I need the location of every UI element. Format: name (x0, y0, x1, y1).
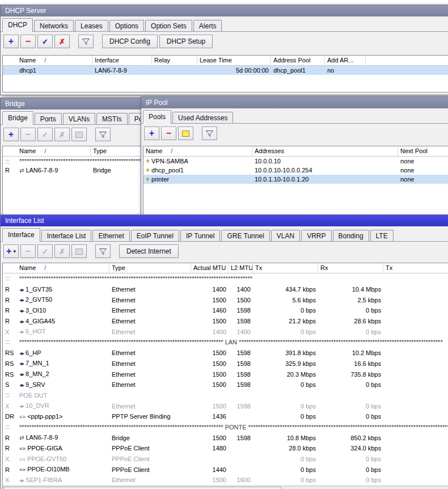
column-name[interactable]: Name/ (17, 146, 91, 156)
filter-button[interactable] (78, 35, 94, 48)
dhcp-config-button[interactable]: DHCP Config (102, 35, 158, 48)
tab-networks[interactable]: Networks (34, 20, 74, 32)
tab-bridge[interactable]: Bridge (2, 111, 33, 125)
tab-options[interactable]: Options (109, 20, 144, 32)
tab-ip-tunnel[interactable]: IP Tunnel (180, 230, 220, 242)
column-interface[interactable]: Interface (92, 56, 152, 65)
tab-dhcp[interactable]: DHCP (2, 18, 33, 32)
tab-interface[interactable]: Interface (2, 228, 40, 242)
tab-used-addresses[interactable]: Used Addresses (172, 112, 233, 124)
tx-cell: 0 bps (253, 454, 318, 464)
column-type[interactable]: Type (109, 263, 191, 273)
enable-button[interactable]: ✓ (37, 244, 53, 258)
table-row[interactable]: RS 7_MN_1 Ethernet 1500 1598 325.9 kbps … (3, 359, 448, 369)
column-address-pool[interactable]: Address Pool (271, 56, 325, 65)
funnel-icon (99, 131, 107, 138)
column-tx-packet[interactable]: Tx (383, 263, 448, 273)
remove-button[interactable]: − (20, 244, 36, 258)
table-row[interactable]: ::: ************************************… (3, 422, 448, 433)
detect-internet-button[interactable]: Detect Internet (119, 244, 179, 258)
column-name[interactable]: Name/ (17, 263, 109, 273)
table-row[interactable]: ::: POE OUT (3, 390, 448, 401)
table-row[interactable]: R 4_GIGA45 Ethernet 1500 1598 21.2 kbps … (3, 316, 448, 327)
disable-button[interactable]: ✗ (54, 35, 70, 48)
column-add-arp[interactable]: Add AR... (325, 56, 366, 65)
tab-vlan[interactable]: VLAN (271, 230, 300, 242)
remove-button[interactable]: − (20, 35, 36, 48)
lease-time-cell: 5d 00:00:00 (197, 66, 271, 75)
dhcp-server-titlebar[interactable]: DHCP Server (1, 5, 448, 16)
table-row[interactable]: S 9_SRV Ethernet 1500 1598 0 bps 0 bps (3, 380, 448, 390)
column-l2-mtu[interactable]: L2 MTU (229, 263, 253, 273)
table-row[interactable]: X 10_DVR Ethernet 1500 1598 0 bps 0 bps (3, 401, 448, 411)
remove-button[interactable]: − (161, 127, 176, 140)
add-dropdown-button[interactable]: + ▾ (3, 244, 19, 258)
column-addresses[interactable]: Addresses (252, 146, 398, 156)
add-button[interactable]: + (3, 35, 19, 48)
l2-mtu-cell: 1598 (229, 359, 253, 369)
column-relay[interactable]: Relay (152, 56, 197, 65)
tab-option-sets[interactable]: Option Sets (145, 20, 192, 32)
tab-bonding[interactable]: Bonding (333, 230, 369, 242)
disable-button[interactable]: ✗ (54, 128, 70, 141)
tab-lte[interactable]: LTE (370, 230, 394, 242)
tab-ports[interactable]: Ports (35, 113, 62, 125)
tab-vrrp[interactable]: VRRP (301, 230, 331, 242)
scrollbar-thumb[interactable] (3, 487, 281, 489)
add-button[interactable]: + (3, 128, 19, 141)
table-row[interactable]: R 3_OI10 Ethernet 1460 1598 0 bps 0 bps (3, 305, 448, 316)
add-button[interactable]: + (144, 127, 159, 140)
comment-button[interactable] (178, 127, 193, 140)
table-row[interactable]: R PPOE-GIGA PPPoE Client 1480 28.0 kbps … (3, 443, 448, 454)
column-next-pool[interactable]: Next Pool (398, 146, 448, 156)
column-rx[interactable]: Rx (318, 263, 383, 273)
comment-button[interactable] (71, 128, 87, 141)
filter-button[interactable] (95, 128, 111, 141)
table-row[interactable]: dhcp_pool1 10.0.0.10-10.0.0.254 none (143, 166, 448, 175)
table-row[interactable]: R 1_GVT35 Ethernet 1400 1400 434.7 kbps … (3, 284, 448, 295)
enable-button[interactable]: ✓ (37, 128, 53, 141)
filter-button[interactable] (95, 244, 111, 258)
column-name[interactable]: Name/ (143, 146, 252, 156)
dhcp-setup-button[interactable]: DHCP Setup (159, 35, 213, 48)
comment-cell: ****************************************… (17, 273, 448, 284)
row-flags: R (3, 316, 17, 326)
actual-mtu-cell: 1460 (191, 305, 229, 315)
tab-vlans[interactable]: VLANs (63, 113, 95, 125)
table-row[interactable]: X 5_HOT Ethernet 1400 1400 0 bps 0 bps (3, 326, 448, 337)
table-row[interactable]: dhcp1 LAN6-7-8-9 5d 00:00:00 dhcp_pool1 … (3, 66, 448, 75)
table-row[interactable]: ::: ************************************… (3, 337, 448, 348)
table-row[interactable]: X SEP1-FIBRA Ethernet 1500 1600 0 bps 0 … (3, 475, 448, 486)
tab-interface-list[interactable]: Interface List (41, 230, 92, 242)
remove-button[interactable]: − (20, 128, 36, 141)
table-row[interactable]: printer 10.0.1.10-10.0.1.20 none (143, 175, 448, 184)
tab-alerts[interactable]: Alerts (193, 20, 222, 32)
column-tx[interactable]: Tx (253, 263, 318, 273)
tab-mstis[interactable]: MSTIs (96, 113, 128, 125)
tab-leases[interactable]: Leases (75, 20, 108, 32)
filter-button[interactable] (202, 127, 217, 140)
column-lease-time[interactable]: Lease Time (197, 56, 271, 65)
horizontal-scrollbar[interactable] (3, 486, 448, 489)
tab-pools[interactable]: Pools (143, 110, 171, 124)
table-row[interactable]: ::: ************************************… (3, 273, 448, 284)
column-name[interactable]: Name/ (17, 56, 92, 65)
disable-button[interactable]: ✗ (54, 244, 70, 258)
ip-pool-titlebar[interactable]: IP Pool (141, 97, 448, 108)
tab-ethernet[interactable]: Ethernet (92, 230, 129, 242)
table-row[interactable]: R LAN6-7-8-9 Bridge 1500 1598 10.8 Mbps … (3, 432, 448, 443)
table-row[interactable]: R 2_GVT50 Ethernet 1500 1500 5.6 kbps 2.… (3, 294, 448, 305)
next-pool-cell: none (398, 175, 448, 184)
comment-button[interactable] (71, 244, 87, 258)
table-row[interactable]: R PPOE-OI10MB PPPoE Client 1440 0 bps 0 … (3, 464, 448, 475)
table-row[interactable]: RS 6_HP Ethernet 1500 1598 391.8 kbps 10… (3, 348, 448, 359)
tab-eoip-tunnel[interactable]: EoIP Tunnel (131, 230, 179, 242)
column-actual-mtu[interactable]: Actual MTU (191, 263, 229, 273)
enable-button[interactable]: ✓ (37, 35, 53, 48)
table-row[interactable]: RS 8_MN_2 Ethernet 1500 1598 20.3 Mbps 7… (3, 369, 448, 380)
table-row[interactable]: X PPOE-GVT50 PPPoE Client 0 bps 0 bps (3, 454, 448, 465)
tab-gre-tunnel[interactable]: GRE Tunnel (221, 230, 269, 242)
table-row[interactable]: DR <pptp-ppp1> PPTP Server Binding 1436 … (3, 411, 448, 422)
interface-list-titlebar[interactable]: Interface List (1, 215, 448, 226)
table-row[interactable]: VPN-SAMBA 10.0.0.10 none (143, 157, 448, 166)
